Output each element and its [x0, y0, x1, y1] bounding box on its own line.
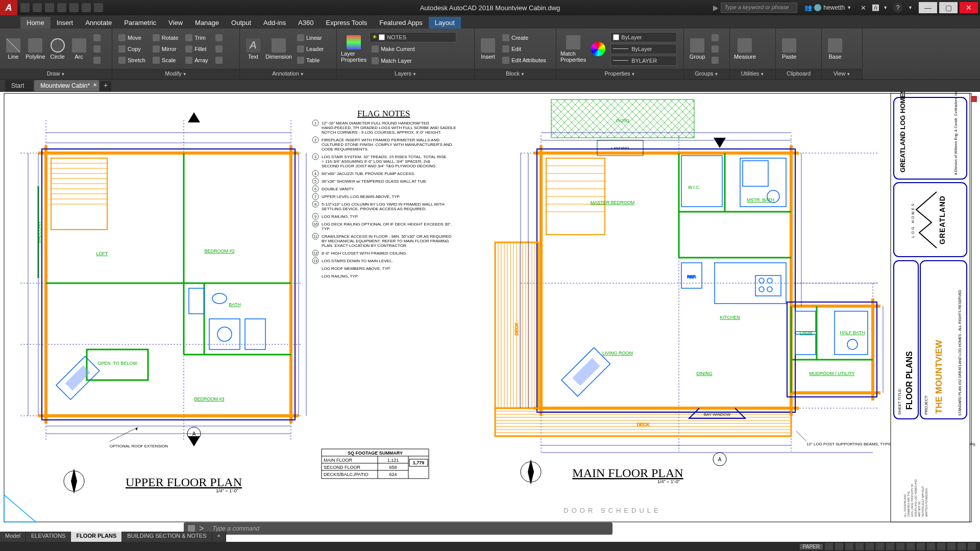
- draw-tool-icon[interactable]: [91, 55, 103, 65]
- new-tab-button[interactable]: +: [100, 81, 111, 91]
- cmd-history-icon[interactable]: [188, 525, 195, 532]
- help-icon[interactable]: ?: [893, 3, 903, 13]
- tab-expresstools[interactable]: Express Tools: [320, 17, 374, 29]
- exchange-icon[interactable]: ✕: [859, 4, 868, 12]
- tab-featuredapps[interactable]: Featured Apps: [373, 17, 429, 29]
- group-tool-icon[interactable]: [709, 55, 721, 65]
- layout-tab-floorplans[interactable]: FLOOR PLANS: [71, 532, 122, 542]
- status-icon[interactable]: [855, 543, 864, 550]
- panel-modify[interactable]: Modify▼: [112, 69, 239, 79]
- qat-saveas-icon[interactable]: [57, 3, 66, 12]
- qat-redo-icon[interactable]: [94, 3, 103, 12]
- qat-undo-icon[interactable]: [82, 3, 91, 12]
- text-button[interactable]: AText: [244, 38, 262, 60]
- insert-button[interactable]: Insert: [479, 38, 497, 60]
- group-tool-icon[interactable]: [709, 33, 721, 43]
- layout-tab-elevations[interactable]: ELEVATIONS: [26, 532, 71, 542]
- layout-tab-sections[interactable]: BUILDING SECTION & NOTES: [122, 532, 212, 542]
- circle-button[interactable]: Circle: [48, 38, 67, 60]
- a360-icon[interactable]: 🅰: [870, 4, 881, 12]
- move-button[interactable]: Move: [116, 33, 148, 43]
- group-button[interactable]: Group: [688, 38, 706, 60]
- table-button[interactable]: Table: [295, 55, 326, 65]
- command-line[interactable]: >_ Type a command: [184, 522, 612, 535]
- edit-attributes-button[interactable]: Edit Attributes: [500, 55, 548, 65]
- tab-a360[interactable]: A360: [292, 17, 320, 29]
- status-icon[interactable]: [896, 543, 904, 550]
- app-icon[interactable]: A: [0, 0, 17, 15]
- close-button[interactable]: ✕: [960, 2, 978, 13]
- tab-home[interactable]: Home: [20, 17, 51, 29]
- status-icon[interactable]: [947, 543, 955, 550]
- leader-button[interactable]: Leader: [295, 44, 326, 54]
- measure-button[interactable]: Measure: [734, 38, 756, 60]
- edit-button[interactable]: Edit: [500, 44, 548, 54]
- status-icon[interactable]: [906, 543, 915, 550]
- panel-layers[interactable]: Layers▼: [337, 69, 474, 79]
- make-current-button[interactable]: Make Current: [370, 44, 456, 54]
- create-button[interactable]: Create: [500, 33, 548, 43]
- modify-tool-icon[interactable]: [213, 33, 225, 43]
- status-icon[interactable]: [876, 543, 884, 550]
- modify-tool-icon[interactable]: [213, 44, 225, 54]
- minimize-button[interactable]: —: [919, 2, 937, 13]
- panel-annotation[interactable]: Annotation▼: [240, 69, 336, 79]
- status-icon[interactable]: [835, 543, 843, 550]
- tab-close-icon[interactable]: ✕: [93, 82, 97, 88]
- panel-utilities[interactable]: Utilities▼: [730, 69, 775, 79]
- dimension-button[interactable]: Dimension: [265, 38, 292, 60]
- array-button[interactable]: Array: [183, 55, 210, 65]
- tab-annotate[interactable]: Annotate: [79, 17, 118, 29]
- layout-tab-add[interactable]: +: [212, 532, 226, 542]
- linear-button[interactable]: Linear: [295, 33, 326, 43]
- panel-draw[interactable]: Draw▼: [0, 69, 112, 79]
- user-menu[interactable]: 👥 hewetth ▼: [799, 4, 856, 11]
- color-combo[interactable]: ByLayer: [610, 32, 677, 42]
- tab-layout[interactable]: Layout: [429, 17, 461, 29]
- mirror-button[interactable]: Mirror: [151, 44, 180, 54]
- search-input[interactable]: Type a keyword or phrase: [721, 3, 797, 13]
- status-icon[interactable]: [886, 543, 894, 550]
- command-input[interactable]: Type a command: [212, 525, 608, 532]
- line-button[interactable]: Line: [4, 38, 22, 60]
- qat-open-icon[interactable]: [33, 3, 42, 12]
- paper-toggle[interactable]: PAPER: [800, 544, 823, 549]
- paste-button[interactable]: Paste: [780, 38, 798, 60]
- file-tab-drawing[interactable]: Mountview Cabin*✕: [34, 80, 99, 91]
- modify-tool-icon[interactable]: [213, 55, 225, 65]
- status-icon[interactable]: [968, 543, 976, 550]
- status-icon[interactable]: [866, 543, 874, 550]
- group-tool-icon[interactable]: [709, 44, 721, 54]
- status-icon[interactable]: [845, 543, 853, 550]
- arc-button[interactable]: Arc: [70, 38, 88, 60]
- panel-properties[interactable]: Properties▼: [556, 69, 683, 79]
- layer-combo[interactable]: ☀NOTES: [370, 32, 456, 42]
- qat-new-icon[interactable]: [20, 3, 30, 12]
- panel-clipboard[interactable]: Clipboard: [776, 69, 821, 79]
- tab-output[interactable]: Output: [225, 17, 257, 29]
- trim-button[interactable]: Trim: [183, 33, 210, 43]
- fillet-button[interactable]: Fillet: [183, 44, 210, 54]
- file-tab-start[interactable]: Start: [5, 80, 33, 91]
- status-icon[interactable]: [958, 543, 966, 550]
- status-icon[interactable]: [927, 543, 935, 550]
- tab-addins[interactable]: Add-ins: [257, 17, 292, 29]
- panel-groups[interactable]: Groups▼: [684, 69, 729, 79]
- tab-view[interactable]: View: [162, 17, 189, 29]
- drawing-canvas[interactable]: LOFT BEDROOM #2 BEDROOM #3 BATH OPEN TO …: [0, 92, 980, 525]
- status-icon[interactable]: [825, 543, 833, 550]
- scale-button[interactable]: Scale: [151, 55, 180, 65]
- layer-properties-button[interactable]: Layer Properties: [341, 35, 366, 63]
- base-button[interactable]: Base: [826, 38, 844, 60]
- qat-save-icon[interactable]: [45, 3, 54, 12]
- polyline-button[interactable]: Polyline: [26, 38, 45, 60]
- color-wheel-icon[interactable]: [589, 42, 607, 56]
- tab-manage[interactable]: Manage: [189, 17, 225, 29]
- layout-tab-model[interactable]: Model: [0, 532, 26, 542]
- lineweight-combo[interactable]: ByLayer: [610, 44, 677, 54]
- match-layer-button[interactable]: Match Layer: [370, 56, 456, 66]
- qat-plot-icon[interactable]: [69, 3, 79, 12]
- panel-block[interactable]: Block▼: [475, 69, 556, 79]
- copy-button[interactable]: Copy: [116, 44, 148, 54]
- status-icon[interactable]: [917, 543, 925, 550]
